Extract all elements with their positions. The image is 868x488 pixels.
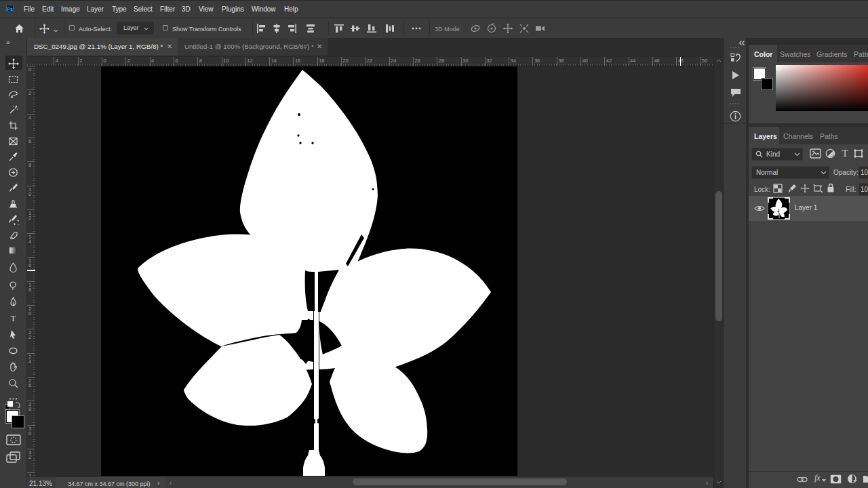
svg-text:T: T bbox=[842, 148, 848, 159]
svg-text:T: T bbox=[11, 313, 16, 323]
